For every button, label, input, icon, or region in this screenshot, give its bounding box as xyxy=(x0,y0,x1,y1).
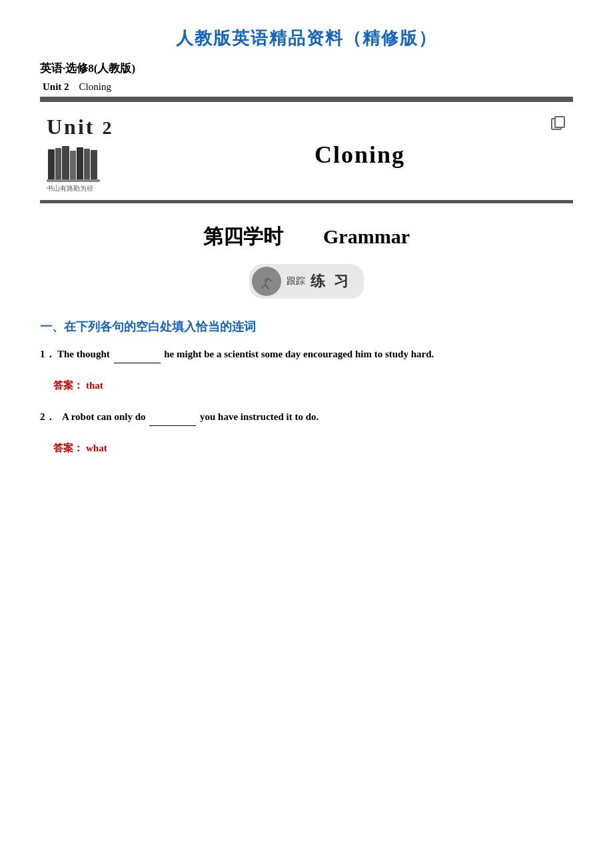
q2-text-after: you have instructed it to do. xyxy=(200,411,318,422)
books-caption: 书山有路勤为径 xyxy=(47,184,93,193)
section-en: Grammar xyxy=(323,225,410,247)
practice-badge: 跟踪 练 习 xyxy=(40,264,573,299)
cloning-title: Cloning xyxy=(147,141,573,169)
svg-line-14 xyxy=(268,278,272,281)
svg-point-10 xyxy=(265,271,271,278)
svg-rect-3 xyxy=(70,151,76,179)
answer-2-value: what xyxy=(86,443,107,453)
svg-rect-0 xyxy=(48,149,55,179)
section-cn: 第四学时 xyxy=(203,225,323,247)
svg-line-13 xyxy=(265,285,269,289)
practice-text-main: 练 习 xyxy=(310,271,350,291)
answer-2-label: 答案： xyxy=(53,443,83,453)
running-icon xyxy=(253,268,280,295)
practice-inner: 跟踪 练 习 xyxy=(249,264,363,299)
banner-left: Unit 2 书山有路勤为径 xyxy=(40,115,147,193)
svg-rect-2 xyxy=(62,146,69,179)
practice-text-cn: 跟踪 xyxy=(287,275,305,287)
banner-bottom-bar xyxy=(40,200,573,203)
svg-rect-6 xyxy=(91,150,97,179)
q1-text-after: he might be a scientist some day encoura… xyxy=(164,349,434,359)
svg-rect-4 xyxy=(77,147,83,179)
question-2: 2． A robot can only do you have instruct… xyxy=(40,408,573,426)
banner-right xyxy=(550,115,566,134)
answer-1-label: 答案： xyxy=(53,380,83,391)
banner-unit-num: 2 xyxy=(102,117,113,138)
answer-1: 答案： that xyxy=(53,379,573,392)
unit-cloning: Cloning xyxy=(79,81,111,92)
banner-box: Unit 2 书山有路勤为径 xyxy=(40,109,573,200)
banner-unit-word: Unit xyxy=(47,115,95,139)
svg-rect-9 xyxy=(555,117,564,127)
svg-rect-5 xyxy=(84,149,90,179)
banner-center: Cloning xyxy=(147,141,573,169)
page-container: 人教版英语精品资料（精修版） 英语·选修8(人教版) Unit 2 Clonin… xyxy=(0,0,613,868)
q1-number: 1． xyxy=(40,349,55,359)
q1-blank xyxy=(114,363,161,363)
section-title: 第四学时 Grammar xyxy=(40,223,573,251)
banner-unit-text: Unit 2 xyxy=(47,115,113,139)
subtitle: 英语·选修8(人教版) xyxy=(40,61,573,76)
q2-text-before: A robot can only do xyxy=(62,411,146,422)
practice-circle-icon xyxy=(252,267,281,296)
top-divider-bar xyxy=(40,97,573,102)
svg-line-12 xyxy=(261,285,265,288)
section-heading-1: 一、在下列各句的空白处填入恰当的连词 xyxy=(40,319,573,335)
unit-line: Unit 2 Cloning xyxy=(40,81,573,93)
unit-label: Unit 2 xyxy=(43,81,69,92)
books-icon-container: 书山有路勤为径 xyxy=(47,143,100,193)
question-1-text: 1． The thought he might be a scientist s… xyxy=(40,345,573,363)
svg-rect-1 xyxy=(55,148,61,179)
q1-text-before: The thought xyxy=(57,349,110,359)
q2-blank xyxy=(149,425,196,426)
answer-1-value: that xyxy=(86,380,103,391)
main-title: 人教版英语精品资料（精修版） xyxy=(40,27,573,50)
q2-number: 2． xyxy=(40,411,55,422)
question-1: 1． The thought he might be a scientist s… xyxy=(40,345,573,363)
answer-2: 答案： what xyxy=(53,442,573,455)
books-svg xyxy=(47,143,100,183)
copy-icon xyxy=(550,115,566,131)
svg-rect-7 xyxy=(47,179,100,182)
question-2-text: 2． A robot can only do you have instruct… xyxy=(40,408,573,426)
